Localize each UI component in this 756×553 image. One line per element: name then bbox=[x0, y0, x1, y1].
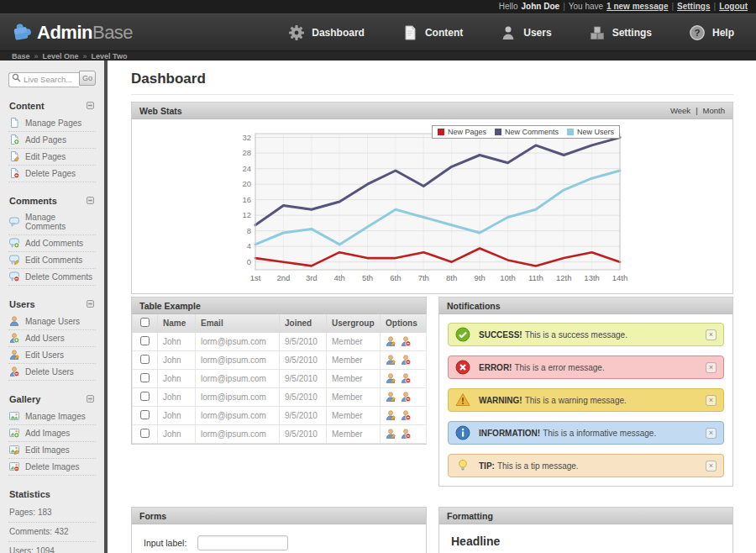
sidebar-item-add-pages[interactable]: Add Pages bbox=[8, 132, 96, 149]
separator: | bbox=[563, 0, 565, 13]
cell-email: lorm@ipsum.com bbox=[196, 388, 280, 407]
sidebar-item-delete-comments[interactable]: Delete Comments bbox=[8, 269, 96, 286]
user-edit-icon[interactable] bbox=[386, 373, 396, 384]
sidebar-section-title: Users bbox=[9, 299, 35, 309]
error-icon bbox=[455, 360, 470, 375]
notification-message: This is a error message. bbox=[514, 363, 604, 372]
search-go-button[interactable]: Go bbox=[79, 71, 96, 86]
column-header: Usergroup bbox=[332, 319, 375, 328]
close-icon[interactable]: × bbox=[706, 461, 717, 471]
sidebar-item-label: Manage Users bbox=[25, 317, 80, 326]
sidebar-item-manage-pages[interactable]: Manage Pages bbox=[8, 115, 96, 132]
sidebar-item-manage-images[interactable]: Manage Images bbox=[8, 408, 96, 425]
sidebar-item-edit-pages[interactable]: Edit Pages bbox=[8, 149, 96, 166]
breadcrumb-item[interactable]: Level One bbox=[43, 52, 79, 61]
sidebar-item-edit-comments[interactable]: Edit Comments bbox=[8, 252, 96, 269]
breadcrumb-item[interactable]: Base bbox=[12, 52, 30, 61]
table-row: Johnlorm@ipsum.com9/5/2010Member bbox=[133, 425, 427, 444]
app-logo[interactable]: AdminBase bbox=[11, 20, 133, 45]
collapse-panel-icon[interactable] bbox=[87, 102, 94, 109]
svg-text:20: 20 bbox=[242, 179, 251, 188]
row-checkbox[interactable] bbox=[140, 355, 150, 364]
help-icon: ? bbox=[689, 24, 706, 41]
headline: Headline bbox=[451, 535, 721, 548]
statistic-item: Comments: 432 bbox=[8, 523, 96, 542]
sidebar-item-label: Add Images bbox=[25, 429, 70, 438]
select-all-checkbox[interactable] bbox=[140, 318, 150, 327]
user-delete-icon[interactable] bbox=[401, 410, 412, 421]
logout-link[interactable]: Logout bbox=[719, 0, 748, 13]
image-edit-icon bbox=[9, 445, 19, 455]
document-icon bbox=[402, 24, 418, 41]
close-icon[interactable]: × bbox=[706, 395, 717, 406]
user-delete-icon[interactable] bbox=[401, 336, 412, 347]
nav-item-dashboard[interactable]: Dashboard bbox=[288, 24, 365, 41]
sidebar-item-label: Add Comments bbox=[25, 239, 83, 248]
nav-item-users[interactable]: Users bbox=[500, 24, 551, 41]
nav-item-help[interactable]: ?Help bbox=[689, 24, 734, 41]
info-icon bbox=[455, 425, 470, 440]
collapse-panel-icon[interactable] bbox=[87, 197, 94, 204]
sidebar-item-manage-users[interactable]: Manage Users bbox=[8, 313, 96, 330]
sidebar-item-delete-pages[interactable]: Delete Pages bbox=[8, 166, 96, 182]
username: John Doe bbox=[522, 0, 560, 13]
svg-text:3rd: 3rd bbox=[305, 273, 317, 282]
comment-add-icon bbox=[9, 238, 19, 248]
close-icon[interactable]: × bbox=[706, 428, 717, 439]
user-delete-icon[interactable] bbox=[401, 392, 412, 403]
svg-text:13th: 13th bbox=[584, 273, 600, 282]
sidebar-item-add-images[interactable]: Add Images bbox=[8, 425, 96, 442]
notification-info: INFORMATION!This is a informative messag… bbox=[448, 421, 724, 445]
form-text-input[interactable] bbox=[197, 535, 288, 550]
cell-options bbox=[381, 333, 427, 351]
sidebar-item-add-comments[interactable]: Add Comments bbox=[8, 235, 96, 252]
user-delete-icon[interactable] bbox=[401, 429, 412, 440]
row-checkbox[interactable] bbox=[140, 336, 150, 345]
row-checkbox[interactable] bbox=[140, 410, 150, 419]
tip-icon bbox=[455, 458, 470, 473]
legend-swatch bbox=[438, 129, 444, 135]
user-edit-icon[interactable] bbox=[386, 392, 396, 403]
sidebar-item-edit-images[interactable]: Edit Images bbox=[8, 442, 96, 459]
month-link[interactable]: Month bbox=[703, 106, 725, 115]
week-link[interactable]: Week bbox=[670, 106, 690, 115]
notification-label: SUCCESS! bbox=[479, 330, 522, 340]
row-checkbox[interactable] bbox=[140, 392, 150, 401]
close-icon[interactable]: × bbox=[706, 329, 717, 340]
example-table: NameEmailJoinedUsergroupOptions Johnlorm… bbox=[132, 314, 427, 444]
user-delete-icon[interactable] bbox=[401, 373, 412, 384]
collapse-panel-icon[interactable] bbox=[87, 300, 94, 308]
row-checkbox[interactable] bbox=[140, 429, 150, 438]
legend-item: New Users bbox=[567, 128, 614, 136]
user-edit-icon[interactable] bbox=[386, 429, 396, 440]
sidebar-item-manage-comments[interactable]: Manage Comments bbox=[8, 210, 96, 235]
svg-text:12th: 12th bbox=[555, 273, 571, 282]
cell-email: lorm@ipsum.com bbox=[196, 407, 280, 425]
user-edit-icon[interactable] bbox=[386, 410, 396, 421]
svg-text:8th: 8th bbox=[446, 273, 457, 282]
sidebar-item-delete-images[interactable]: Delete Images bbox=[8, 459, 96, 476]
row-checkbox[interactable] bbox=[140, 373, 150, 382]
breadcrumb-item[interactable]: Level Two bbox=[92, 52, 128, 61]
nav-item-content[interactable]: Content bbox=[402, 24, 463, 41]
svg-text:14th: 14th bbox=[612, 273, 627, 282]
sidebar-item-add-users[interactable]: Add Users bbox=[8, 330, 96, 347]
user-edit-icon[interactable] bbox=[386, 355, 396, 366]
statistic-item: Users: 1094 bbox=[8, 542, 96, 553]
user-delete-icon[interactable] bbox=[401, 355, 412, 366]
sidebar-item-edit-users[interactable]: Edit Users bbox=[8, 347, 96, 364]
settings-link[interactable]: Settings bbox=[677, 0, 710, 13]
svg-text:12: 12 bbox=[242, 210, 251, 219]
page-add-icon bbox=[9, 134, 19, 145]
close-icon[interactable]: × bbox=[706, 362, 717, 373]
formatting-panel: Formatting Headline Lorem ipsum dolor si… bbox=[438, 507, 733, 553]
user-edit-icon[interactable] bbox=[386, 336, 396, 347]
sidebar-item-delete-users[interactable]: Delete Users bbox=[8, 364, 96, 381]
nav-item-label: Settings bbox=[612, 27, 652, 39]
nav-item-settings[interactable]: Settings bbox=[589, 24, 652, 41]
collapse-panel-icon[interactable] bbox=[87, 395, 94, 403]
comment-delete-icon bbox=[9, 271, 19, 282]
cell-email: lorm@ipsum.com bbox=[196, 370, 280, 388]
new-message-link[interactable]: 1 new message bbox=[606, 0, 668, 13]
svg-text:?: ? bbox=[694, 28, 700, 38]
